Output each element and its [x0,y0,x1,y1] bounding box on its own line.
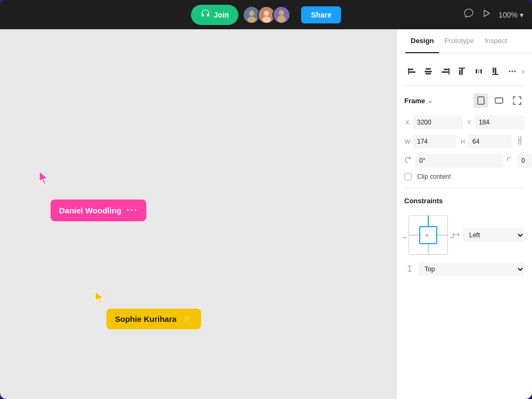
daniel-dots: ··· [127,205,138,216]
sophie-name: Sophie Kurihara [115,314,177,323]
svg-rect-24 [493,68,494,73]
zoom-control[interactable]: 100% ▾ [498,11,523,19]
align-chevron[interactable]: › [522,66,525,76]
constraint-plus-center: + [425,231,429,240]
zoom-chevron: ▾ [520,11,523,19]
top-bar-center: Join [191,5,342,25]
tab-design[interactable]: Design [405,29,439,53]
avatar-3[interactable] [272,6,290,24]
constraint-h-select[interactable]: Left Right Left & Right Center Scale [463,228,525,242]
frame-title: Frame ⌄ [404,97,432,105]
user-label-daniel: Daniel Woodling ··· [51,200,146,221]
zoom-value: 100% [498,11,518,19]
right-panel: Design Prototype Inspect [396,29,532,399]
h-input[interactable] [468,135,512,148]
cursor-daniel [37,170,50,186]
svg-point-4 [264,11,269,16]
constraint-vertical-row: Top Bottom Top & Bottom Center Scale [404,262,525,276]
frame-portrait-button[interactable] [473,93,488,108]
constraint-line-bottom [428,244,429,255]
clip-content-checkbox[interactable] [404,173,412,180]
rotation-icon [404,156,413,165]
join-button[interactable]: Join [191,5,239,25]
svg-point-5 [262,16,271,23]
distribute-h-button[interactable] [471,64,486,79]
frame-icons [473,93,525,108]
svg-point-2 [247,16,256,23]
constraints-diagram: − + − [404,211,452,259]
canvas[interactable]: Daniel Woodling ··· Sophie Kurihara ⚡ [0,29,396,399]
tab-prototype[interactable]: Prototype [439,29,479,53]
frame-resize-button[interactable] [510,93,525,108]
play-icon[interactable] [481,9,491,21]
cursor-sophie [93,290,106,306]
comment-icon[interactable] [463,8,474,21]
daniel-name: Daniel Woodling [59,206,121,215]
top-bar: Join [0,0,532,29]
w-input-group: W [404,135,456,148]
svg-rect-12 [426,68,431,70]
x-label: X [404,119,411,126]
corner-radius-group [506,154,532,168]
align-right-button[interactable] [438,64,453,79]
join-label: Join [214,11,229,19]
x-input-group: X [404,115,463,129]
rotation-group [404,154,503,168]
frame-section-header: Frame ⌄ [404,93,525,108]
main-content: Daniel Woodling ··· Sophie Kurihara ⚡ De… [0,29,532,399]
share-label: Share [311,11,331,19]
constraint-minus-right: − [450,233,454,243]
x-input[interactable] [413,115,463,129]
clip-content-label: Clip content [417,173,451,180]
constraint-v-select[interactable]: Top Bottom Top & Bottom Center Scale [418,262,525,276]
constraint-v-icon [404,265,415,274]
avatar-group [243,6,290,24]
svg-rect-23 [480,69,482,73]
svg-rect-22 [478,69,479,73]
y-input[interactable] [475,115,525,129]
constraint-line-left [409,235,419,236]
constraint-line-top [428,215,429,226]
svg-rect-20 [459,68,465,69]
frame-chevron[interactable]: ⌄ [428,98,432,104]
rotation-row [404,154,525,168]
app-container: Join [0,0,532,399]
svg-rect-18 [459,70,461,75]
svg-rect-10 [408,71,415,73]
h-input-group: H [460,135,512,148]
constraint-horizontal-group: Left Right Left & Right Center Scale [452,228,525,242]
panel-content: › Frame ⌄ [397,53,532,399]
share-button[interactable]: Share [301,6,341,23]
clip-content-row: Clip content [404,173,525,188]
panel-tabs: Design Prototype Inspect [397,29,532,53]
svg-rect-21 [476,69,477,73]
corner-radius-input[interactable] [517,154,532,168]
frame-landscape-button[interactable] [492,93,506,108]
align-top-button[interactable] [455,64,470,79]
align-bottom-button[interactable] [488,64,503,79]
constraints-title: Constraints [404,197,525,205]
w-input[interactable] [413,135,456,148]
constraints-row: − + − Left [404,211,525,259]
headset-icon [201,9,210,21]
svg-rect-19 [461,68,463,75]
svg-point-8 [277,15,286,23]
constraints-right: Left Right Left & Right Center Scale [452,228,525,242]
align-toolbar: › [404,60,525,86]
tab-inspect[interactable]: Inspect [479,29,512,53]
link-ratio-button[interactable] [515,136,525,147]
align-left-button[interactable] [404,64,419,79]
mic-off-icon: ⚡ [182,314,193,324]
constraint-line-right [437,235,448,236]
svg-point-1 [249,11,254,16]
h-label: H [460,138,466,145]
xy-input-row: X Y [404,115,525,129]
w-label: W [404,138,411,145]
align-center-v-button[interactable] [421,64,436,79]
align-more-button[interactable] [505,64,520,79]
rotation-input[interactable] [415,154,503,168]
constraints-section: Constraints [404,197,525,276]
constraint-minus-left: − [402,233,407,243]
top-bar-right: 100% ▾ [463,8,523,21]
user-label-sophie: Sophie Kurihara ⚡ [106,309,201,329]
